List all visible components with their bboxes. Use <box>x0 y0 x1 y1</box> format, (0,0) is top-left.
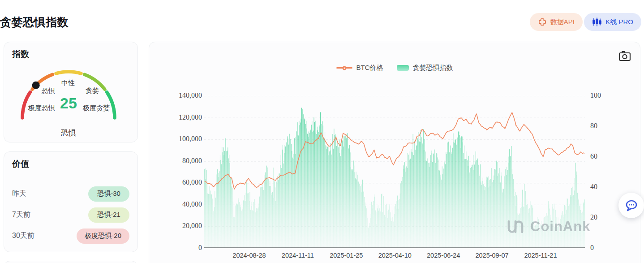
fear-greed-chart-canvas[interactable] <box>204 96 585 248</box>
chat-bubble-icon <box>625 199 638 212</box>
bar-legend-marker <box>397 65 409 71</box>
gauge-value: 25 <box>4 95 133 112</box>
value-row-yesterday: 昨天 恐惧-30 <box>12 183 129 204</box>
left-axis-tick: 100,000 <box>161 135 202 143</box>
candlestick-icon <box>592 17 602 26</box>
screenshot-camera-icon <box>618 50 631 62</box>
gauge-label-greed: 贪婪 <box>86 86 99 95</box>
left-axis-tick: 140,000 <box>161 91 202 99</box>
value-row-label: 7天前 <box>12 210 30 220</box>
line-legend-marker <box>336 67 352 69</box>
chat-button[interactable] <box>618 193 644 218</box>
value-row-label: 昨天 <box>12 189 26 198</box>
gauge-pointer-dot <box>32 82 40 89</box>
left-axis-tick: 40,000 <box>161 200 202 208</box>
right-axis-tick: 40 <box>590 183 597 191</box>
gauge-arcs <box>4 42 137 142</box>
right-axis-tick: 60 <box>590 152 597 160</box>
x-axis-tick: 2025-01-25 <box>322 252 371 259</box>
value-badge: 恐惧-30 <box>88 186 129 202</box>
right-axis-tick: 100 <box>590 91 601 99</box>
page-title: 贪婪恐惧指数 <box>0 15 69 30</box>
right-axis-tick: 80 <box>590 122 597 130</box>
left-axis-tick: 80,000 <box>161 157 202 165</box>
x-axis-tick: 2025-06-24 <box>419 252 468 259</box>
value-card: 价值 昨天 恐惧-30 7天前 恐惧-21 30天前 极度恐惧-20 <box>4 151 138 252</box>
chart-legend: BTC价格 贪婪恐惧指数 <box>149 64 640 72</box>
right-axis-tick: 20 <box>590 213 597 221</box>
api-plus-icon <box>538 17 547 26</box>
chart-card: BTC价格 贪婪恐惧指数 020,00040,00060,00080,00010… <box>149 42 640 263</box>
gauge-label-neutral: 中性 <box>61 79 75 87</box>
kline-pro-button[interactable]: K线 PRO <box>584 13 641 31</box>
x-axis-tick: 2024-08-28 <box>224 252 274 259</box>
value-row-label: 30天前 <box>12 231 34 241</box>
value-card-title: 价值 <box>12 158 29 170</box>
data-api-button[interactable]: 数据API <box>530 13 583 31</box>
legend-label: 贪婪恐惧指数 <box>413 64 453 72</box>
kline-pro-label: K线 PRO <box>605 18 633 26</box>
value-badge: 恐惧-21 <box>88 207 129 223</box>
next-card-partial <box>4 261 138 263</box>
value-row-30days: 30天前 极度恐惧-20 <box>12 225 129 246</box>
left-axis-tick: 20,000 <box>161 222 202 230</box>
x-axis-tick: 2025-11-21 <box>516 252 565 259</box>
left-axis-tick: 0 <box>161 244 202 252</box>
fear-greed-gauge: 极度恐惧 恐惧 中性 贪婪 极度贪婪 25 恐惧 <box>4 42 137 142</box>
left-axis-tick: 120,000 <box>161 113 202 121</box>
index-gauge-card: 指数 极度恐惧 恐惧 中性 贪婪 极度贪婪 25 恐惧 <box>4 42 138 142</box>
right-axis-tick: 0 <box>590 244 594 252</box>
legend-item-btc-price[interactable]: BTC价格 <box>336 64 383 72</box>
x-axis-tick: 2024-11-11 <box>273 252 322 259</box>
value-badge: 极度恐惧-20 <box>77 229 129 244</box>
camera-button[interactable] <box>618 50 632 63</box>
value-row-7days: 7天前 恐惧-21 <box>12 204 129 225</box>
legend-label: BTC价格 <box>356 64 383 72</box>
data-api-label: 数据API <box>550 18 575 26</box>
x-axis-tick: 2025-09-07 <box>468 252 517 259</box>
legend-item-fear-greed-index[interactable]: 贪婪恐惧指数 <box>397 64 453 72</box>
x-axis-tick: 2025-04-10 <box>370 252 420 259</box>
gauge-status: 恐惧 <box>4 128 133 138</box>
left-axis-tick: 60,000 <box>161 178 202 186</box>
